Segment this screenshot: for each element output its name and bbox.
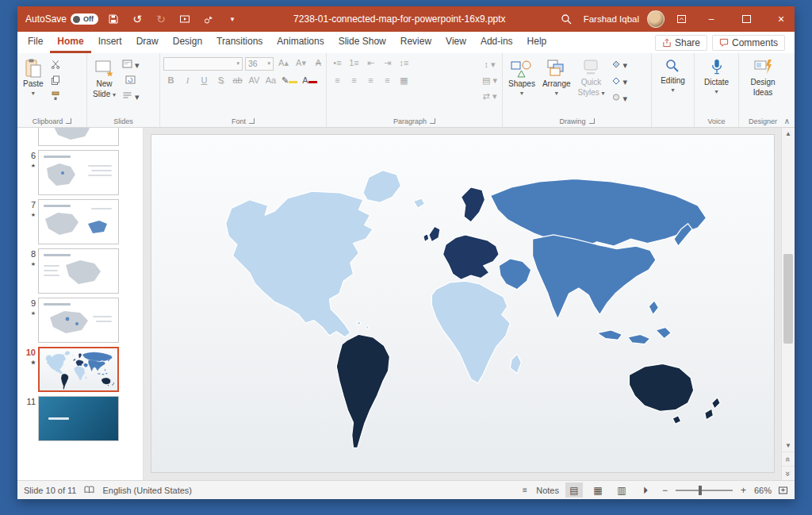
- minimize-button[interactable]: –: [698, 6, 725, 32]
- autosave-toggle[interactable]: AutoSave Off: [25, 13, 98, 25]
- font-size-combo[interactable]: 36▾: [245, 57, 274, 71]
- font-name-combo[interactable]: ▾: [163, 57, 243, 71]
- columns-button[interactable]: ▦: [396, 74, 412, 88]
- decrease-font-button[interactable]: A▾: [293, 56, 308, 71]
- zoom-slider-thumb[interactable]: [699, 486, 702, 495]
- tab-review[interactable]: Review: [393, 32, 439, 53]
- tab-file[interactable]: File: [21, 32, 50, 53]
- notes-button[interactable]: ≡ Notes: [523, 482, 559, 498]
- save-button[interactable]: [105, 10, 122, 28]
- shapes-button[interactable]: Shapes ▾: [506, 56, 538, 98]
- customize-qat-button[interactable]: ▾: [224, 10, 241, 28]
- bold-button[interactable]: B: [163, 74, 178, 88]
- format-painter-button[interactable]: [48, 90, 63, 105]
- normal-view-button[interactable]: ▤: [565, 482, 583, 498]
- fit-slide-icon[interactable]: [778, 486, 788, 495]
- tab-insert[interactable]: Insert: [91, 32, 129, 53]
- align-center-button[interactable]: ≡: [347, 74, 362, 88]
- shape-fill-button[interactable]: ▾: [610, 59, 630, 73]
- slide-5-thumbnail[interactable]: [38, 128, 119, 146]
- clear-formatting-button[interactable]: A: [311, 56, 326, 71]
- slide-sorter-view-button[interactable]: ▦: [589, 482, 607, 498]
- section-button[interactable]: ▾: [121, 90, 141, 105]
- slide-10-thumbnail[interactable]: [38, 347, 119, 392]
- slide-info[interactable]: Slide 10 of 11: [24, 486, 76, 495]
- scroll-down-button[interactable]: ▼: [782, 440, 795, 452]
- font-color-button[interactable]: A: [301, 74, 318, 88]
- align-text-button[interactable]: ▤ ▾: [481, 74, 499, 88]
- line-spacing-button[interactable]: ↕≡: [396, 56, 412, 71]
- tab-animations[interactable]: Animations: [270, 32, 331, 53]
- start-from-beginning-button[interactable]: [176, 10, 193, 28]
- text-shadow-button[interactable]: S: [213, 74, 228, 88]
- zoom-out-button[interactable]: −: [661, 485, 669, 496]
- increase-font-button[interactable]: A▴: [276, 56, 291, 71]
- align-right-button[interactable]: ≡: [363, 74, 378, 88]
- proofing-book-icon[interactable]: [84, 486, 94, 494]
- tab-add-ins[interactable]: Add-ins: [473, 32, 520, 53]
- design-ideas-button[interactable]: Design Ideas: [748, 56, 777, 98]
- highlight-color-button[interactable]: ✎: [280, 74, 299, 88]
- shape-outline-button[interactable]: ▾: [610, 75, 630, 90]
- scrollbar-thumb[interactable]: [783, 254, 793, 344]
- vertical-scrollbar[interactable]: ▲ ▼ « »: [781, 128, 795, 480]
- tab-view[interactable]: View: [439, 32, 473, 53]
- underline-button[interactable]: U: [197, 74, 212, 88]
- reset-button[interactable]: [121, 75, 141, 89]
- reading-view-button[interactable]: ▥: [613, 482, 630, 498]
- search-button[interactable]: [558, 10, 576, 28]
- layout-button[interactable]: ▾: [121, 59, 141, 73]
- quick-styles-button[interactable]: Quick Styles ▾: [576, 56, 607, 98]
- world-map[interactable]: [182, 156, 743, 451]
- paste-button[interactable]: Paste ▾: [21, 56, 46, 98]
- tab-help[interactable]: Help: [520, 32, 554, 53]
- convert-smartart-button[interactable]: ⇄ ▾: [481, 90, 499, 104]
- text-direction-button[interactable]: ↕ ▾: [481, 58, 499, 72]
- change-case-button[interactable]: Aa: [263, 74, 278, 88]
- new-slide-button[interactable]: New Slide ▾: [90, 56, 118, 100]
- italic-button[interactable]: I: [180, 74, 195, 88]
- copy-button[interactable]: [48, 75, 63, 89]
- justify-button[interactable]: ≡: [380, 74, 395, 88]
- editing-button[interactable]: Editing ▾: [658, 56, 688, 95]
- scrollbar-track[interactable]: [782, 140, 795, 440]
- avatar[interactable]: [647, 10, 665, 28]
- language-indicator[interactable]: English (United States): [102, 486, 192, 495]
- scroll-up-button[interactable]: ▲: [782, 128, 795, 140]
- tab-draw[interactable]: Draw: [129, 32, 166, 53]
- slide-11-thumbnail[interactable]: [38, 396, 119, 441]
- user-name[interactable]: Farshad Iqbal: [584, 14, 639, 24]
- align-left-button[interactable]: ≡: [330, 74, 345, 88]
- font-dialog-launcher[interactable]: [249, 118, 255, 124]
- arrange-button[interactable]: Arrange ▾: [540, 56, 573, 98]
- slide-6-thumbnail[interactable]: [38, 150, 119, 195]
- drawing-dialog-launcher[interactable]: [589, 118, 595, 124]
- previous-slide-button[interactable]: «: [782, 452, 795, 466]
- paragraph-dialog-launcher[interactable]: [430, 118, 435, 124]
- numbering-button[interactable]: 1≡: [347, 56, 362, 71]
- share-button[interactable]: Share: [655, 35, 707, 51]
- maximize-button[interactable]: [733, 6, 760, 32]
- comments-button[interactable]: Comments: [712, 35, 785, 51]
- tab-design[interactable]: Design: [166, 32, 209, 53]
- slide-9-thumbnail[interactable]: [38, 298, 119, 343]
- next-slide-button[interactable]: »: [782, 466, 795, 480]
- slide-7-thumbnail[interactable]: [38, 199, 119, 244]
- quick-style-button[interactable]: [200, 10, 217, 28]
- zoom-slider[interactable]: [676, 490, 733, 491]
- strikethrough-button[interactable]: ab: [230, 74, 245, 88]
- close-button[interactable]: ×: [768, 6, 795, 32]
- slideshow-view-button[interactable]: ⏵: [637, 482, 654, 498]
- collapse-ribbon-button[interactable]: ∧: [784, 117, 790, 125]
- cut-button[interactable]: [48, 59, 63, 73]
- shape-effects-button[interactable]: ▾: [610, 92, 630, 106]
- clipboard-dialog-launcher[interactable]: [66, 118, 71, 124]
- tab-slide-show[interactable]: Slide Show: [331, 32, 393, 53]
- dictate-button[interactable]: Dictate ▾: [702, 56, 731, 97]
- increase-indent-button[interactable]: ⇥: [380, 56, 395, 71]
- current-slide[interactable]: [151, 134, 775, 473]
- bullets-button[interactable]: •≡: [330, 56, 345, 71]
- undo-button[interactable]: ↺: [128, 10, 146, 28]
- character-spacing-button[interactable]: AV: [247, 74, 262, 88]
- decrease-indent-button[interactable]: ⇤: [363, 56, 378, 71]
